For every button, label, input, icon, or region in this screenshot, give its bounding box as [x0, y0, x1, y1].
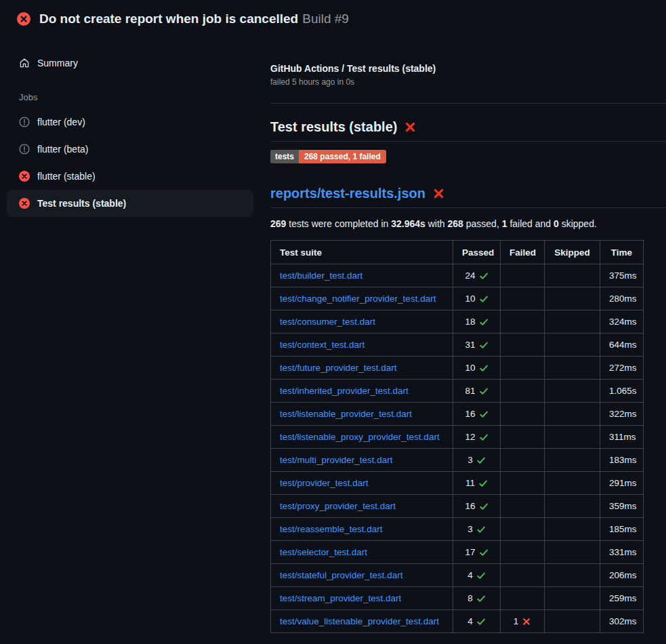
- home-icon: [19, 58, 30, 68]
- failed-cell: [501, 449, 545, 472]
- test-suite-link[interactable]: test/inherited_provider_test.dart: [280, 386, 409, 396]
- x-mark-icon: [522, 617, 531, 626]
- passed-cell: 3: [453, 449, 501, 472]
- table-header-row: Test suitePassedFailedSkippedTime: [271, 241, 644, 264]
- failed-cell: 1: [501, 610, 545, 633]
- table-row: test/reassemble_test.dart 3 185ms: [271, 518, 644, 541]
- summary-label: Summary: [37, 58, 78, 68]
- table-row: test/listenable_proxy_provider_test.dart…: [271, 426, 644, 449]
- sidebar-job-item[interactable]: flutter (stable): [7, 163, 253, 190]
- skipped-cell: [545, 587, 600, 610]
- stop-icon: [19, 144, 30, 155]
- test-suite-link[interactable]: test/proxy_provider_test.dart: [280, 501, 396, 511]
- time-cell: 183ms: [600, 449, 644, 472]
- test-suite-link[interactable]: test/multi_provider_test.dart: [280, 455, 393, 465]
- skipped-cell: [545, 334, 600, 357]
- time-cell: 1.065s: [600, 380, 644, 403]
- skipped-cell: [545, 472, 600, 495]
- check-icon: [479, 432, 488, 442]
- skipped-cell: [545, 518, 600, 541]
- badge-value: 268 passed, 1 failed: [299, 150, 386, 163]
- failed-x-icon: [404, 121, 416, 133]
- column-header: Time: [600, 241, 644, 264]
- skipped-cell: [545, 610, 600, 633]
- test-suite-link[interactable]: test/value_listenable_provider_test.dart: [280, 616, 439, 626]
- check-icon: [476, 617, 486, 626]
- time-cell: 359ms: [600, 495, 644, 518]
- test-suite-link[interactable]: test/stream_provider_test.dart: [280, 593, 401, 603]
- failed-cell: [501, 587, 545, 610]
- failed-cell: [501, 310, 545, 334]
- skipped-cell: [545, 564, 600, 587]
- report-title: reports/test-results.json: [270, 186, 666, 208]
- table-row: test/future_provider_test.dart 10 272ms: [271, 357, 644, 380]
- check-icon: [479, 502, 488, 511]
- badge-label: tests: [270, 150, 299, 163]
- time-cell: 272ms: [600, 357, 644, 380]
- time-cell: 259ms: [600, 587, 644, 610]
- passed-cell: 16: [453, 403, 501, 426]
- run-meta: failed 5 hours ago in 0s: [270, 77, 666, 87]
- check-icon: [479, 294, 488, 304]
- sidebar-job-item[interactable]: Test results (stable): [7, 190, 253, 217]
- passed-cell: 24: [453, 264, 501, 287]
- job-label: flutter (beta): [37, 144, 88, 155]
- test-suite-link[interactable]: test/provider_test.dart: [280, 478, 369, 488]
- passed-cell: 12: [453, 426, 501, 449]
- test-suite-link[interactable]: test/context_test.dart: [280, 340, 365, 350]
- time-cell: 291ms: [600, 472, 644, 495]
- failed-cell: [501, 495, 545, 518]
- time-cell: 302ms: [600, 610, 644, 633]
- failed-cell: [501, 518, 545, 541]
- test-suite-link[interactable]: test/reassemble_test.dart: [280, 524, 383, 534]
- table-row: test/provider_test.dart 11 291ms: [271, 472, 644, 495]
- report-file-link[interactable]: reports/test-results.json: [270, 186, 425, 201]
- test-suite-link[interactable]: test/builder_test.dart: [280, 270, 362, 281]
- results-table: Test suitePassedFailedSkippedTime test/b…: [270, 240, 644, 633]
- skipped-cell: [545, 287, 600, 310]
- passed-cell: 11: [453, 472, 501, 495]
- skipped-cell: [545, 495, 600, 518]
- passed-cell: 4: [453, 564, 501, 587]
- check-icon: [479, 386, 488, 396]
- jobs-section-label: Jobs: [19, 92, 260, 102]
- test-suite-link[interactable]: test/change_notifier_provider_test.dart: [280, 294, 436, 304]
- time-cell: 644ms: [600, 334, 644, 357]
- skipped-cell: [545, 357, 600, 380]
- test-suite-link[interactable]: test/future_provider_test.dart: [280, 363, 397, 373]
- sidebar-job-item[interactable]: flutter (beta): [7, 136, 253, 163]
- table-row: test/selector_test.dart 17 331ms: [271, 541, 644, 564]
- run-failed-icon: [17, 12, 30, 26]
- check-icon: [478, 479, 488, 488]
- table-row: test/builder_test.dart 24 375ms: [271, 264, 644, 287]
- failed-cell: [501, 380, 545, 403]
- passed-cell: 18: [453, 310, 501, 334]
- check-icon: [476, 456, 486, 465]
- failed-cell: [501, 564, 545, 587]
- table-row: test/inherited_provider_test.dart 81 1.0…: [271, 380, 644, 403]
- table-row: test/multi_provider_test.dart 3 183ms: [271, 449, 644, 472]
- breadcrumb: GitHub Actions / Test results (stable): [270, 63, 666, 74]
- failed-cell: [501, 541, 545, 564]
- failed-cell: [501, 357, 545, 380]
- job-label: Test results (stable): [37, 198, 126, 209]
- time-cell: 375ms: [600, 264, 644, 287]
- x-circle-fill-icon: [19, 198, 30, 209]
- table-row: test/change_notifier_provider_test.dart …: [271, 287, 644, 310]
- check-icon: [476, 571, 486, 580]
- test-suite-link[interactable]: test/stateful_provider_test.dart: [280, 570, 403, 580]
- test-suite-link[interactable]: test/listenable_provider_test.dart: [280, 409, 412, 419]
- skipped-cell: [545, 310, 600, 334]
- test-suite-link[interactable]: test/selector_test.dart: [280, 547, 367, 557]
- test-suite-link[interactable]: test/consumer_test.dart: [280, 317, 375, 327]
- skipped-cell: [545, 449, 600, 472]
- sidebar-job-item[interactable]: flutter (dev): [7, 108, 253, 136]
- failed-cell: [501, 264, 545, 287]
- test-suite-link[interactable]: test/listenable_proxy_provider_test.dart: [280, 432, 440, 442]
- skipped-cell: [545, 426, 600, 449]
- column-header: Passed: [453, 241, 501, 264]
- sidebar-item-summary[interactable]: Summary: [7, 49, 253, 77]
- table-row: test/stateful_provider_test.dart 4 206ms: [271, 564, 644, 587]
- table-body: test/builder_test.dart 24 375ms test/cha…: [271, 264, 644, 633]
- check-icon: [476, 525, 486, 534]
